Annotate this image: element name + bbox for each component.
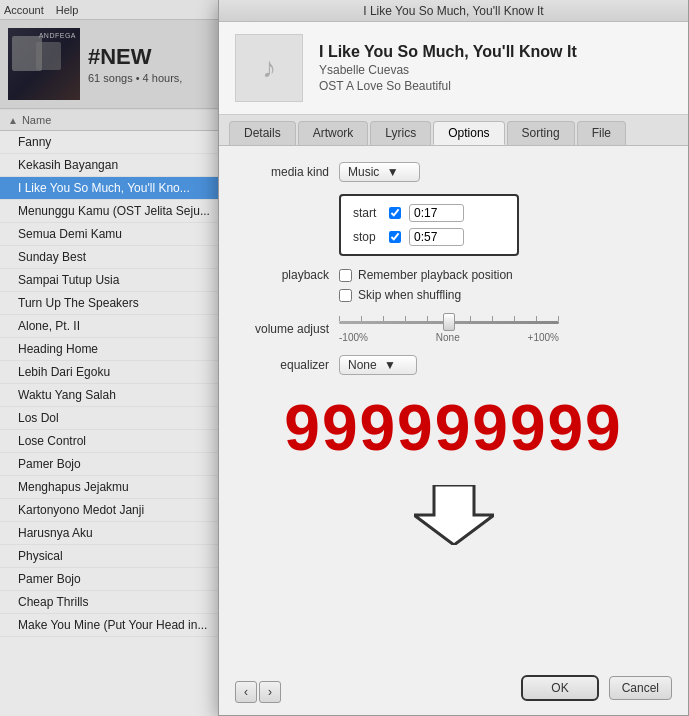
song-list-item[interactable]: Turn Up The Speakers [0, 292, 220, 315]
menu-help[interactable]: Help [56, 4, 79, 16]
equalizer-row: equalizer None ▼ [239, 355, 668, 375]
dialog-title: I Like You So Much, You'll Know It [363, 4, 543, 18]
volume-slider-labels: -100% None +100% [339, 332, 559, 343]
remember-playback-row: playback Remember playback position [239, 268, 668, 282]
song-list-item[interactable]: Alone, Pt. II [0, 315, 220, 338]
volume-slider-container: -100% None +100% [339, 314, 559, 343]
song-list-item[interactable]: Harusnya Aku [0, 522, 220, 545]
tick-mark [339, 316, 340, 321]
ok-button[interactable]: OK [521, 675, 598, 701]
media-kind-dropdown[interactable]: Music ▼ [339, 162, 420, 182]
volume-none-label: None [436, 332, 460, 343]
song-list-item[interactable]: Kartonyono Medot Janji [0, 499, 220, 522]
tab-sorting[interactable]: Sorting [507, 121, 575, 145]
song-list-item[interactable]: Lose Control [0, 430, 220, 453]
name-column-header: Name [22, 114, 51, 126]
song-list-item[interactable]: Sampai Tutup Usia [0, 269, 220, 292]
song-list-item[interactable]: Kekasih Bayangan [0, 154, 220, 177]
song-list-item[interactable]: Semua Demi Kamu [0, 223, 220, 246]
song-list-header: ▲ Name [0, 110, 220, 131]
stop-time-row: stop [353, 228, 505, 246]
big-number-display: 999999999 [239, 391, 668, 465]
song-list-item[interactable]: Lebih Dari Egoku [0, 361, 220, 384]
dialog-body: media kind Music ▼ start stop [219, 146, 688, 577]
remember-playback-text: Remember playback position [358, 268, 513, 282]
album-face-2 [36, 42, 61, 70]
skip-shuffling-text: Skip when shuffling [358, 288, 461, 302]
tab-lyrics[interactable]: Lyrics [370, 121, 431, 145]
playback-section: playback Remember playback position Skip… [239, 268, 668, 302]
sort-arrow-icon: ▲ [8, 115, 18, 126]
dialog-footer: ‹ › OK Cancel [219, 665, 688, 715]
equalizer-label: equalizer [239, 358, 339, 372]
song-album: OST A Love So Beautiful [319, 79, 577, 93]
media-kind-row: media kind Music ▼ [239, 162, 668, 182]
song-list-item[interactable]: Los Dol [0, 407, 220, 430]
arrow-container [239, 485, 668, 545]
next-button[interactable]: › [259, 681, 281, 703]
music-note-icon: ♪ [262, 52, 276, 84]
cancel-button[interactable]: Cancel [609, 676, 672, 700]
song-list-item[interactable]: Pamer Bojo [0, 453, 220, 476]
stop-input[interactable] [409, 228, 464, 246]
start-label: start [353, 206, 381, 220]
media-kind-label: media kind [239, 165, 339, 179]
album-title: #NEW [88, 44, 182, 70]
start-input[interactable] [409, 204, 464, 222]
tick-mark [361, 316, 362, 321]
song-list-item[interactable]: Sunday Best [0, 246, 220, 269]
menu-bar: Account Help [0, 0, 220, 20]
media-kind-value: Music [348, 165, 379, 179]
song-artwork: ♪ [235, 34, 303, 102]
remember-playback-label[interactable]: Remember playback position [339, 268, 513, 282]
remember-playback-checkbox[interactable] [339, 269, 352, 282]
dialog-song-info: ♪ I Like You So Much, You'll Know It Ysa… [219, 22, 688, 115]
song-artist: Ysabelle Cuevas [319, 63, 577, 77]
volume-slider-track[interactable] [339, 314, 559, 330]
sidebar-header: ANDFEGA #NEW 61 songs • 4 hours, [0, 20, 219, 109]
stop-checkbox[interactable] [389, 231, 401, 243]
song-list-item[interactable]: Menghapus Jejakmu [0, 476, 220, 499]
tick-mark [536, 316, 537, 321]
song-list-item[interactable]: Cheap Thrills [0, 591, 220, 614]
song-list-item[interactable]: Fanny [0, 131, 220, 154]
song-list-item[interactable]: Pamer Bojo [0, 568, 220, 591]
tick-mark [470, 316, 471, 321]
time-box: start stop [339, 194, 519, 256]
tick-mark [383, 316, 384, 321]
song-list-item[interactable]: Menunggu Kamu (OST Jelita Seju... [0, 200, 220, 223]
skip-shuffling-checkbox[interactable] [339, 289, 352, 302]
song-list-item[interactable]: Heading Home [0, 338, 220, 361]
dialog-titlebar: I Like You So Much, You'll Know It [219, 0, 688, 22]
skip-shuffling-label[interactable]: Skip when shuffling [339, 288, 461, 302]
volume-max-label: +100% [528, 332, 559, 343]
tick-mark [492, 316, 493, 321]
song-list: ▲ Name FannyKekasih BayanganI Like You S… [0, 110, 220, 716]
song-list-item[interactable]: Make You Mine (Put Your Head in... [0, 614, 220, 637]
stop-label: stop [353, 230, 381, 244]
nav-buttons: ‹ › [235, 681, 281, 703]
prev-button[interactable]: ‹ [235, 681, 257, 703]
tab-file[interactable]: File [577, 121, 626, 145]
tab-bar: DetailsArtworkLyricsOptionsSortingFile [219, 115, 688, 146]
menu-account[interactable]: Account [4, 4, 44, 16]
time-fields-row: start stop [239, 194, 668, 256]
start-time-row: start [353, 204, 505, 222]
tab-details[interactable]: Details [229, 121, 296, 145]
album-cover-art: ANDFEGA [8, 28, 80, 100]
start-checkbox[interactable] [389, 207, 401, 219]
media-kind-select: Music ▼ [339, 162, 420, 182]
tab-items: DetailsArtworkLyricsOptionsSortingFile [229, 121, 628, 145]
volume-slider-thumb[interactable] [443, 313, 455, 331]
song-list-item[interactable]: Physical [0, 545, 220, 568]
volume-row: volume adjust [239, 314, 668, 343]
song-list-item[interactable]: Waktu Yang Salah [0, 384, 220, 407]
sidebar: Account Help ANDFEGA #NEW 61 songs • 4 h… [0, 0, 220, 716]
tab-artwork[interactable]: Artwork [298, 121, 369, 145]
tab-options[interactable]: Options [433, 121, 504, 145]
tick-mark [427, 316, 428, 321]
song-list-item[interactable]: I Like You So Much, You'll Kno... [0, 177, 220, 200]
equalizer-dropdown[interactable]: None ▼ [339, 355, 417, 375]
equalizer-dropdown-arrow-icon: ▼ [384, 358, 396, 372]
playback-label: playback [239, 268, 339, 282]
